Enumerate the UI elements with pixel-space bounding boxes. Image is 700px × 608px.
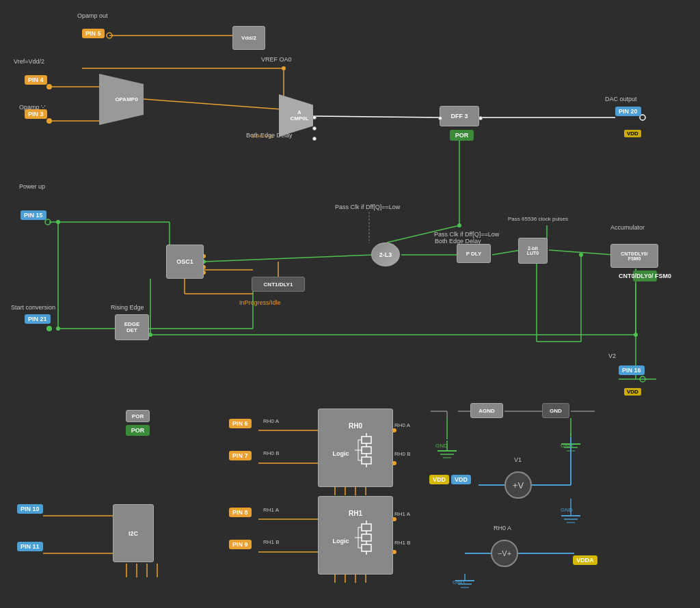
cmp-port-dot-1	[312, 115, 317, 120]
v2-source: +V	[504, 471, 532, 499]
pin20[interactable]: PIN 20	[615, 107, 641, 116]
svg-line-13	[549, 250, 613, 255]
pin10[interactable]: PIN 10	[17, 504, 43, 514]
i2c-label: I2C	[129, 530, 138, 537]
vdda: VDDA	[573, 555, 597, 565]
main-clock-label: Pass Clk if Dff[Q]==Low	[335, 204, 400, 210]
rh0-b1-label: RH0 B	[263, 450, 280, 456]
svg-point-67	[56, 327, 60, 331]
pin21[interactable]: PIN 21	[25, 314, 51, 324]
vdd-bottom-label: VDD	[429, 475, 449, 484]
v1-source: −V+	[491, 540, 518, 567]
rh0-block: RH0 Logic	[318, 409, 393, 487]
svg-point-77	[46, 326, 52, 331]
pin16[interactable]: PIN 16	[619, 365, 645, 375]
pass-clk-label: Pass 65536 clock pulses	[508, 216, 568, 222]
opamp0-block: OPAMP0	[99, 74, 144, 125]
svg-point-79	[640, 376, 645, 382]
agnd-label: AGND	[479, 408, 495, 414]
vih-vil-label: V IH / V IL	[252, 134, 273, 139]
edge-det-label: EDGE DET	[124, 321, 140, 333]
rh1-block: RH1 Logic	[318, 496, 393, 575]
edge-det-block: EDGE DET	[115, 314, 149, 340]
both-edge-delay-label: Pass Clk if Dff[Q]==Low	[434, 231, 499, 238]
start-conversion-label: Start conversion	[11, 304, 55, 311]
lut0-label: 2-bit LUT0	[527, 246, 539, 255]
pin8[interactable]: PIN 8	[229, 508, 252, 517]
svg-rect-104	[362, 437, 371, 443]
cnt0-block: CNT0/DLY0/ FSM0	[610, 244, 658, 268]
por1: POR	[450, 130, 474, 141]
pin4[interactable]: PIN 4	[25, 75, 47, 85]
gnd-symbol-3: GND	[561, 507, 573, 513]
vdd2-label-1: VREF OA0	[261, 56, 292, 63]
cmp-port-dot-2	[312, 126, 317, 130]
vdd2: VDD	[624, 388, 641, 396]
vdd1: VDD	[624, 130, 641, 137]
pass-65536-label: InProgress/Idle	[239, 299, 281, 306]
pin5[interactable]: PIN 5	[82, 29, 105, 38]
svg-rect-120	[362, 544, 371, 551]
opamp0-label: OPAMP0	[115, 96, 137, 102]
pin7[interactable]: PIN 7	[229, 451, 252, 460]
pin6[interactable]: PIN 6	[229, 419, 252, 428]
dff3-label: DFF 3	[450, 113, 468, 120]
svg-line-10	[204, 255, 374, 262]
i2c-block: I2C	[113, 504, 154, 562]
dot-rh0-a	[392, 428, 396, 432]
v1-label: RH0 A	[494, 525, 511, 531]
svg-line-12	[492, 250, 521, 255]
svg-rect-108	[362, 457, 371, 464]
cnt1dly1-block: CNT1/DLY1	[252, 277, 305, 292]
pin9[interactable]: PIN 9	[229, 540, 252, 549]
por-bottom: POR	[126, 410, 150, 422]
dac-output-label: DAC output	[605, 96, 637, 102]
cnt1dly1-label: CNT1/DLY1	[264, 281, 293, 288]
dff3-block: DFF 3	[440, 106, 479, 126]
gnd-symbol-1: GND	[435, 443, 448, 449]
agnd-block: AGND	[470, 403, 503, 418]
svg-line-3	[144, 99, 282, 109]
rh1-b2-label: RH1 B	[394, 540, 411, 546]
dot-rh1-b	[392, 550, 396, 554]
svg-point-72	[634, 333, 638, 337]
vref-oa0: Vdd/2	[232, 26, 265, 50]
svg-rect-118	[362, 534, 371, 541]
svg-point-71	[579, 253, 583, 257]
cmp-port-dot-3	[312, 137, 317, 141]
pin11[interactable]: PIN 11	[17, 542, 43, 551]
2l3-block: 2-L3	[371, 243, 400, 266]
circuit-diagram: PIN 5 Opamp out Vref=Vdd/2 PIN 4 Opamp '…	[0, 0, 700, 608]
por-bottom2: POR	[126, 425, 150, 436]
osc1-label: OSC1	[176, 258, 193, 265]
label-opamp-out: Opamp out	[77, 12, 108, 19]
svg-point-74	[46, 84, 52, 89]
v2-label: V1	[514, 456, 522, 463]
rh1-b1-label: RH1 B	[263, 539, 280, 545]
dot-rh1-a	[392, 517, 396, 521]
rh1-a2-label: RH1 A	[394, 511, 410, 517]
gnd-label: GND	[550, 408, 562, 414]
svg-point-66	[56, 220, 60, 224]
cnt0-label: CNT0/DLY0/ FSM0	[621, 251, 647, 261]
svg-point-75	[46, 118, 52, 124]
pin15[interactable]: PIN 15	[21, 210, 46, 220]
gnd-symbol-4: GND	[453, 579, 465, 585]
svg-rect-116	[362, 524, 371, 531]
pin3[interactable]: PIN 3	[25, 109, 47, 119]
dot-rh0-b	[392, 461, 396, 465]
label-vref-vdd2: Vref=Vdd/2	[14, 57, 44, 65]
svg-line-6	[313, 116, 441, 118]
gnd-symbol-2: GND	[561, 443, 573, 449]
rising-edge-label: Rising Edge	[111, 304, 144, 311]
accumulator-label: Accumulator	[610, 224, 645, 231]
svg-rect-106	[362, 447, 371, 454]
por2: CNT0/DLY0/ FSM0	[633, 271, 657, 281]
dff-port-dot-1	[438, 116, 442, 120]
power-up-label: Power up	[19, 183, 45, 190]
rh0-b2-label: RH0 B	[394, 451, 411, 457]
osc1-block: OSC1	[166, 245, 204, 279]
svg-point-76	[45, 219, 51, 225]
acmp0l-label: ACMP0L	[290, 109, 308, 122]
pdly-block: P DLY	[457, 244, 491, 263]
